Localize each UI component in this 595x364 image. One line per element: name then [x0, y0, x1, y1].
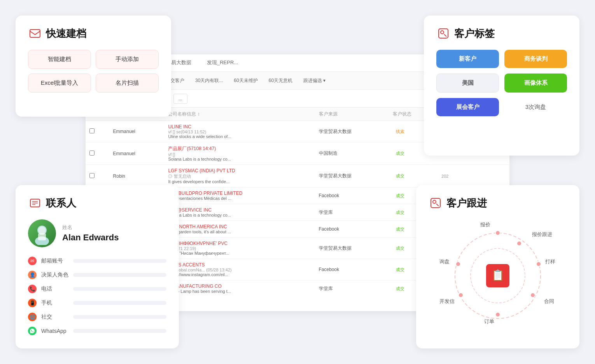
svg-point-10 — [38, 226, 46, 234]
row-company: М ОВНФθОΚНVΡΝΗΕ' РVC §(03/21 22:19) ООО … — [164, 238, 315, 259]
customer-tags-title: 客户标签 — [454, 27, 495, 40]
contact-fullname: Alan Edwards — [62, 233, 119, 243]
follow-chart: 📋 报价 报价跟进 打样 合同 订单 开发信 询盘 — [439, 219, 556, 328]
col-source: 客户来源 — [315, 108, 389, 121]
row-checkbox[interactable] — [86, 165, 109, 187]
contact-profile: 姓名 Alan Edwards — [28, 219, 166, 247]
svg-point-18 — [517, 241, 522, 246]
row-checkbox[interactable] — [86, 121, 109, 142]
social-value — [73, 315, 166, 319]
subtab-follow-filter[interactable]: 跟进偏选 ▾ — [298, 75, 331, 86]
excel-import-btn[interactable]: Excel批量导入 — [28, 74, 91, 93]
col-company: 公司名称信息 ↕ — [164, 108, 315, 121]
svg-point-17 — [495, 231, 500, 235]
row-company: IIGN NORTH AMERICA INC With garden tools… — [164, 221, 315, 238]
mobile-label: 手机 — [41, 299, 68, 306]
contact-title: 联系人 — [46, 196, 76, 210]
row-checkbox[interactable] — [86, 142, 109, 165]
row-source: Facebook — [315, 259, 389, 280]
row-owner: Emmanuel — [109, 121, 164, 142]
more-btn[interactable]: ... — [173, 94, 187, 104]
avatar — [28, 219, 56, 247]
label-hetong: 合同 — [544, 298, 554, 305]
row-source: 学堂贸易大数据 — [315, 165, 389, 187]
whatsapp-value — [73, 329, 166, 333]
svg-line-14 — [436, 204, 439, 206]
row-source: 学堂库 — [315, 280, 389, 295]
contact-header: 联系人 — [28, 196, 166, 210]
label-baojia-genjin: 报价跟进 — [532, 231, 552, 238]
svg-line-3 — [444, 34, 446, 37]
customer-tags-header: 客户标签 — [436, 26, 567, 40]
contact-fields: ✉ 邮箱账号 👤 决策人角色 📞 电话 📱 手机 🌐 社交 — [28, 257, 166, 335]
field-social: 🌐 社交 — [28, 313, 166, 321]
row-owner: Emmanuel — [109, 142, 164, 165]
svg-point-22 — [458, 293, 463, 298]
row-status: 成交 — [389, 165, 438, 187]
tag-inquiry-count[interactable]: 3次询盘 — [504, 98, 567, 116]
tab-discover[interactable]: 发现_REPR... — [199, 54, 246, 72]
quick-archive-title: 快速建档 — [46, 27, 86, 40]
email-icon: ✉ — [28, 257, 37, 265]
phone-label: 电话 — [41, 285, 68, 292]
subtab-30days[interactable]: 30天内有联... — [190, 75, 228, 86]
row-company: IES @SERVICE INC Solana Labs is a techno… — [164, 204, 315, 221]
field-whatsapp: WhatsApp — [28, 327, 166, 335]
row-source: Facebook — [315, 187, 389, 204]
follow-icon — [429, 196, 443, 210]
row-source: Facebook — [315, 221, 389, 238]
label-baojia: 报价 — [480, 221, 490, 228]
field-mobile: 📱 手机 — [28, 299, 166, 307]
whatsapp-icon — [28, 327, 37, 335]
svg-rect-0 — [30, 30, 40, 37]
email-label: 邮箱账号 — [41, 257, 68, 264]
role-icon: 👤 — [28, 271, 37, 279]
field-role: 👤 决策人角色 — [28, 271, 166, 279]
follow-title: 客户跟进 — [446, 196, 487, 210]
social-icon: 🌐 — [28, 313, 37, 321]
svg-point-21 — [495, 312, 500, 317]
row-source: 学堂贸易大数据 — [315, 121, 389, 142]
card-scan-btn[interactable]: 名片扫描 — [96, 74, 159, 93]
subtab-60days-no-intent[interactable]: 60天无意机 — [263, 75, 298, 86]
quick-archive-card: 快速建档 智能建档 手动添加 Excel批量导入 名片扫描 — [16, 16, 171, 117]
row-company: AMPS ACCENTS §§(Global.comNa... (05/28 1… — [164, 259, 315, 280]
svg-point-20 — [530, 293, 535, 298]
row-company: F&F BUILDPRO PRIVATE LIMITED Representac… — [164, 187, 315, 204]
customer-tags-card: 客户标签 新客户 商务谈判 美国 画像体系 展会客户 3次询盘 — [424, 16, 579, 156]
role-value — [73, 273, 166, 277]
svg-point-13 — [433, 200, 436, 203]
row-company: ULINE INC vf [] se(04/13 11:52) Uline st… — [164, 121, 315, 142]
svg-point-19 — [536, 262, 541, 266]
row-source: 中国制造 — [315, 142, 389, 165]
label-kaifaxin: 开发信 — [439, 298, 455, 305]
email-value — [73, 259, 166, 263]
row-source: 学堂贸易大数据 — [315, 238, 389, 259]
contact-name-label: 姓名 — [62, 224, 119, 231]
tag-exhibition[interactable]: 展会客户 — [436, 98, 499, 116]
quick-archive-header: 快速建档 — [28, 26, 159, 40]
manual-add-btn[interactable]: 手动添加 — [96, 50, 159, 69]
contact-icon — [28, 196, 42, 210]
label-dingdan: 订单 — [484, 318, 494, 325]
contact-card: 联系人 姓名 Alan Edwards ✉ 邮箱账号 👤 决策人角色 — [16, 185, 179, 348]
tag-usa[interactable]: 美国 — [436, 74, 499, 93]
phone-icon: 📞 — [28, 285, 37, 293]
smart-archive-btn[interactable]: 智能建档 — [28, 50, 91, 69]
tag-business-talk[interactable]: 商务谈判 — [504, 50, 567, 68]
table-row[interactable]: Robin LGF SYSMAC (INDIA) PVT LTD ◎ 暂无启动 … — [86, 165, 509, 187]
field-phone: 📞 电话 — [28, 285, 166, 293]
tag-portrait[interactable]: 画像体系 — [504, 74, 567, 93]
row-source: 学堂库 — [315, 204, 389, 221]
quick-archive-icon — [28, 26, 42, 40]
svg-text:📋: 📋 — [491, 269, 505, 282]
subtab-60days-no-maintain[interactable]: 60天未维护 — [228, 75, 263, 86]
tag-new-customer[interactable]: 新客户 — [436, 50, 499, 68]
field-email: ✉ 邮箱账号 — [28, 257, 166, 265]
row-company: 产品展厂(57108 14:47) vf [] Solana Labs is a… — [164, 142, 315, 165]
whatsapp-label: WhatsApp — [41, 328, 68, 334]
action-grid: 智能建档 手动添加 Excel批量导入 名片扫描 — [28, 50, 159, 93]
mobile-value — [73, 301, 166, 305]
phone-value — [73, 287, 166, 291]
svg-point-23 — [456, 262, 460, 266]
